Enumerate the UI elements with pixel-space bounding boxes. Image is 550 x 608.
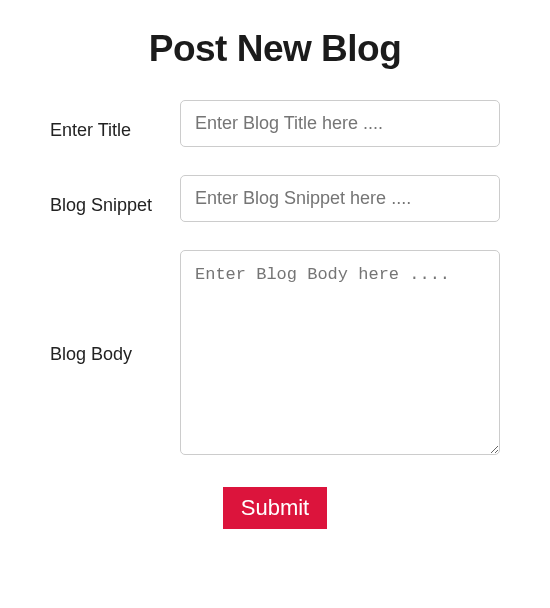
body-textarea[interactable] xyxy=(180,250,500,455)
snippet-row: Blog Snippet xyxy=(50,175,500,222)
title-label: Enter Title xyxy=(50,120,170,147)
submit-button[interactable]: Submit xyxy=(223,487,327,529)
title-row: Enter Title xyxy=(50,100,500,147)
snippet-input[interactable] xyxy=(180,175,500,222)
page-title: Post New Blog xyxy=(50,28,500,70)
body-input-col xyxy=(180,250,500,459)
body-label: Blog Body xyxy=(50,344,170,365)
title-input-col xyxy=(180,100,500,147)
snippet-label: Blog Snippet xyxy=(50,195,170,222)
form-container: Post New Blog Enter Title Blog Snippet B… xyxy=(0,0,550,529)
snippet-input-col xyxy=(180,175,500,222)
body-row: Blog Body xyxy=(50,250,500,459)
title-input[interactable] xyxy=(180,100,500,147)
submit-wrap: Submit xyxy=(50,487,500,529)
